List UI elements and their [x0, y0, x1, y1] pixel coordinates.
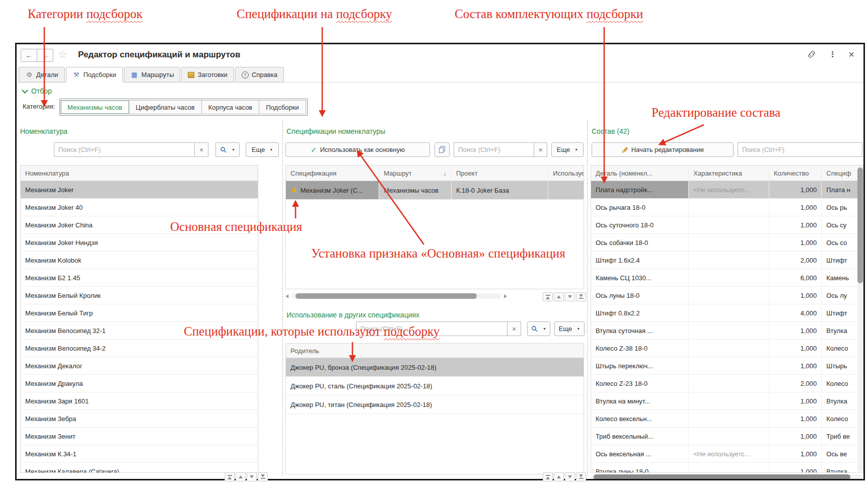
nomenclature-row[interactable]: Механизм К.34-1 — [21, 445, 258, 463]
category-option[interactable]: Подсборки — [259, 100, 306, 114]
tab[interactable]: Подсборки — [66, 67, 123, 83]
usage-row[interactable]: Джокер PU, титан (Спецификация 2025-02-1… — [286, 395, 584, 414]
nomenclature-row[interactable]: Механизм Велосипед 34-2 — [21, 340, 258, 357]
column-header-spec[interactable]: Спецификация — [286, 166, 379, 181]
go-top-button[interactable] — [543, 472, 553, 481]
vscroll-thumb[interactable] — [857, 168, 863, 283]
nomenclature-search-options-button[interactable]: ▼ — [215, 142, 240, 157]
nomenclature-row[interactable]: Механизм Joker Ниндзя — [21, 234, 258, 252]
column-header-project[interactable]: Проект — [452, 166, 548, 181]
specification-row[interactable]: ★Механизм Joker (С... Механизмы часов К.… — [286, 181, 584, 200]
category-option[interactable]: Циферблаты часов — [129, 100, 202, 114]
tab[interactable]: Заготовки — [181, 67, 234, 83]
composition-row[interactable]: Ось луны 18-0 1,000 Ось лу — [591, 287, 863, 304]
composition-row[interactable]: Камень СЦ 1030... 6,000 Камень — [591, 269, 863, 287]
copy-spec-button[interactable] — [435, 142, 450, 157]
composition-row[interactable]: Ось вексельная ... <Не используетс... 1,… — [591, 445, 863, 463]
filter-section-toggle[interactable]: Отбор — [23, 87, 52, 95]
more-menu-icon[interactable]: ⋮ — [829, 50, 836, 59]
nomenclature-row[interactable]: Механизм Дракула — [21, 375, 258, 392]
category-option[interactable]: Механизмы часов — [60, 100, 129, 114]
go-top-button[interactable] — [225, 472, 235, 481]
clear-search-icon[interactable]: × — [195, 142, 208, 157]
go-bottom-button[interactable] — [576, 292, 586, 301]
go-top-button[interactable] — [543, 292, 553, 301]
column-header-part[interactable]: Деталь (номенкл... — [591, 166, 689, 181]
composition-row[interactable]: Ось рычага 18-0 1,000 Ось рь — [591, 199, 863, 216]
composition-row[interactable]: Втулка луны 18-0 1,000 Втулка — [591, 463, 863, 473]
composition-row[interactable]: Колесо Z-38 18-0 1,000 Колесо — [591, 340, 863, 357]
link-icon[interactable] — [807, 49, 817, 59]
composition-row[interactable]: Штифт 1.6х2.4 2,000 Штифт — [591, 252, 863, 269]
hscroll-thumb[interactable] — [594, 474, 850, 479]
nomenclature-row[interactable]: Механизм Зебра — [21, 410, 258, 428]
composition-row[interactable]: Втулка на минут... 1,000 Втулка — [591, 392, 863, 410]
column-header-nomenclature[interactable]: Номенклатура — [21, 166, 258, 181]
composition-row[interactable]: Колесо Z-23 18-0 2,000 Колесо — [591, 375, 863, 392]
composition-search-input[interactable] — [738, 142, 862, 157]
composition-vscrollbar[interactable] — [857, 166, 863, 472]
usage-search-input[interactable] — [356, 321, 508, 336]
nomenclature-row[interactable]: Механизм Joker China — [21, 216, 258, 234]
nomenclature-row[interactable]: Механизм Калавера (Calavera) — [21, 463, 258, 473]
go-down-button[interactable] — [247, 472, 257, 481]
tab[interactable]: Детали — [19, 67, 65, 83]
specifications-search-input[interactable] — [454, 142, 534, 157]
composition-row[interactable]: Штырь переключ... 1,000 Штырь — [591, 357, 863, 375]
nomenclature-row[interactable]: Механизм Joker 40 — [21, 199, 258, 216]
usage-more-button[interactable]: Еще▼ — [554, 321, 585, 336]
hscroll-thumb[interactable] — [296, 293, 477, 299]
scroll-right-icon[interactable] — [504, 294, 507, 298]
nomenclature-row[interactable]: Механизм Декалог — [21, 357, 258, 375]
nomenclature-more-button[interactable]: Еще▼ — [246, 142, 279, 157]
scroll-left-icon[interactable] — [285, 294, 288, 298]
usage-row[interactable]: Джокер PU, бронза (Спецификация 2025-02-… — [286, 358, 584, 377]
main-spec-star-icon[interactable]: ★ — [291, 186, 297, 195]
nomenclature-row[interactable]: Механизм Б2 1.45 — [21, 269, 258, 287]
composition-row[interactable]: Триб вексельный... 1,000 Триб ве — [591, 428, 863, 445]
tab[interactable]: Справка — [235, 67, 284, 83]
composition-row[interactable]: Ось собачки 18-0 1,000 Ось со — [591, 234, 863, 252]
panel-splitter[interactable] — [282, 120, 283, 476]
nomenclature-row[interactable]: Механизм Заря 1601 — [21, 392, 258, 410]
back-button[interactable]: ← — [21, 49, 37, 62]
column-header-spec[interactable]: Специф — [822, 166, 863, 181]
usage-search-options-button[interactable]: ▼ — [527, 321, 550, 336]
nomenclature-row[interactable]: Механизм Kolobok — [21, 252, 258, 269]
column-header-characteristic[interactable]: Характеристика — [689, 166, 769, 181]
go-up-button[interactable] — [236, 472, 246, 481]
column-header-route[interactable]: Маршрут↓ — [379, 166, 452, 181]
favorite-star-icon[interactable]: ☆ — [58, 48, 67, 60]
column-header-quantity[interactable]: Количество — [769, 166, 822, 181]
composition-row[interactable]: Штифт 0.8х2.2 4,000 Штифт — [591, 304, 863, 322]
go-bottom-button[interactable] — [258, 472, 268, 481]
category-option[interactable]: Корпуса часов — [201, 100, 260, 114]
nomenclature-row[interactable]: Механизм Joker — [21, 181, 258, 199]
composition-row[interactable]: Плата надстройк... <Не используетс... 1,… — [591, 181, 863, 199]
go-up-button[interactable] — [554, 292, 564, 301]
go-down-button[interactable] — [565, 292, 575, 301]
use-as-main-button[interactable]: ✓ Использовать как основную — [285, 142, 430, 157]
nomenclature-row[interactable]: Механизм Велосипед 32-1 — [21, 322, 258, 340]
close-icon[interactable]: × — [848, 49, 854, 59]
column-header-parent[interactable]: Родитель — [286, 344, 584, 358]
clear-search-icon[interactable]: × — [534, 142, 547, 157]
nomenclature-row[interactable]: Механизм Белый Тигр — [21, 304, 258, 322]
tab[interactable]: Маршруты — [124, 67, 181, 83]
composition-row[interactable]: Ось суточного 18-0 1,000 Ось су — [591, 216, 863, 234]
panel-splitter[interactable] — [587, 120, 588, 476]
nomenclature-row[interactable]: Механизм Белый Кролик — [21, 287, 258, 304]
start-editing-button[interactable]: Начать редактирование — [592, 142, 734, 157]
go-up-button[interactable] — [554, 472, 564, 481]
composition-row[interactable]: Втулка суточная ... 1,000 Втулка — [591, 322, 863, 340]
nomenclature-row[interactable]: Механизм Зенит — [21, 428, 258, 445]
forward-button[interactable]: → — [37, 49, 53, 62]
nomenclature-search-input[interactable] — [54, 142, 195, 157]
specifications-more-button[interactable]: Еще▼ — [551, 142, 584, 157]
composition-row[interactable]: Колесо вексельн... 1,000 Колесо — [591, 410, 863, 428]
clear-search-icon[interactable]: × — [508, 321, 521, 336]
go-bottom-button[interactable] — [576, 472, 586, 481]
usage-row[interactable]: Джокер PU, сталь (Спецификация 2025-02-1… — [286, 377, 584, 395]
column-header-uses[interactable]: Использует — [548, 166, 584, 181]
go-down-button[interactable] — [565, 472, 575, 481]
